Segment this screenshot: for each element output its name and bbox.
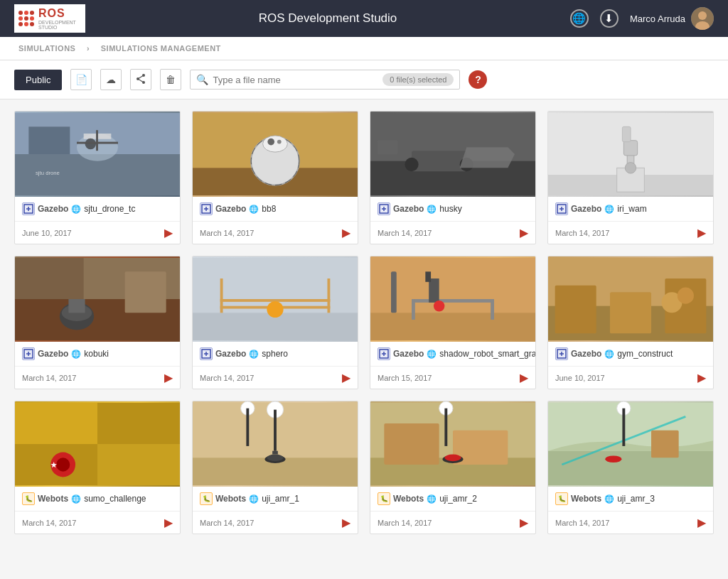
svg-text:sjtu drone: sjtu drone <box>36 170 60 176</box>
search-input[interactable] <box>213 75 378 85</box>
simulation-date: March 15, 2017 <box>378 374 432 382</box>
svg-rect-72 <box>412 299 494 303</box>
simulation-footer: March 14, 2017 ▶ <box>15 367 180 389</box>
engine-icon: 🐛 <box>378 492 390 505</box>
svg-rect-104 <box>272 451 278 455</box>
simulation-card[interactable]: 🐛 Webots 🌐 uji_amr_2 March 14, 2017 ▶ <box>370 401 536 534</box>
engine-label: Gazebo <box>38 204 68 214</box>
play-button[interactable]: ▶ <box>342 516 350 529</box>
logo-dot <box>24 11 28 15</box>
simulation-footer: June 10, 2017 ▶ <box>15 222 180 244</box>
breadcrumb-simulations[interactable]: SIMULATIONS <box>18 44 75 53</box>
engine-label: Webots <box>571 494 601 504</box>
search-bar: 🔍 0 file(s) selected <box>190 70 460 90</box>
play-button[interactable]: ▶ <box>520 226 528 239</box>
play-button[interactable]: ▶ <box>520 516 528 529</box>
simulation-thumbnail: sjtu drone <box>15 112 180 197</box>
svg-point-24 <box>263 136 288 152</box>
privacy-icon: 🌐 <box>604 494 614 504</box>
files-selected-badge: 0 file(s) selected <box>382 73 454 86</box>
simulation-footer: March 14, 2017 ▶ <box>193 367 358 389</box>
help-button[interactable]: ? <box>469 70 487 89</box>
svg-rect-32 <box>412 151 466 171</box>
header-actions: 🌐 ⬇ Marco Arruda <box>570 7 714 30</box>
simulation-footer: March 14, 2017 ▶ <box>548 512 713 534</box>
svg-point-25 <box>267 139 274 146</box>
simulation-date: March 14, 2017 <box>22 374 76 382</box>
play-button[interactable]: ▶ <box>164 516 173 529</box>
simulation-card[interactable]: Gazebo 🌐 bb8 March 14, 2017 ▶ <box>192 111 358 244</box>
simulation-card[interactable]: Gazebo 🌐 husky March 14, 2017 ▶ <box>370 111 536 244</box>
new-file-button[interactable]: 📄 <box>70 69 92 90</box>
simulation-card[interactable]: Gazebo 🌐 iri_wam March 14, 2017 ▶ <box>547 111 714 244</box>
play-button[interactable]: ▶ <box>697 516 706 529</box>
engine-icon: 🐛 <box>200 492 213 505</box>
engine-icon <box>555 347 568 360</box>
simulation-name: sjtu_drone_tc <box>84 204 135 214</box>
simulation-date: March 14, 2017 <box>200 229 254 237</box>
simulation-name: gym_construct <box>617 349 673 359</box>
simulation-card[interactable]: Gazebo 🌐 gym_construct June 10, 2017 ▶ <box>547 256 714 389</box>
play-button[interactable]: ▶ <box>164 371 173 384</box>
engine-icon <box>200 347 213 360</box>
simulation-info: Gazebo 🌐 husky <box>370 197 535 222</box>
public-button[interactable]: Public <box>14 70 62 90</box>
simulation-info: Gazebo 🌐 iri_wam <box>548 197 713 222</box>
svg-rect-53 <box>125 271 166 313</box>
download-icon[interactable]: ⬇ <box>600 9 619 28</box>
svg-rect-94 <box>97 403 180 444</box>
toolbar: Public 📄 ☁ 🗑 🔍 0 file(s) selected ? <box>0 60 728 99</box>
share-button[interactable] <box>130 69 151 90</box>
upload-button[interactable]: ☁ <box>100 69 122 90</box>
delete-button[interactable]: 🗑 <box>160 69 181 90</box>
svg-rect-65 <box>327 278 330 313</box>
engine-label: Gazebo <box>393 349 424 359</box>
globe-icon[interactable]: 🌐 <box>570 9 589 28</box>
simulation-date: March 14, 2017 <box>200 374 254 382</box>
logo-container: ROS DEVELOPMENT STUDIO <box>14 4 85 33</box>
logo-dot <box>24 22 28 26</box>
simulation-card[interactable]: Gazebo 🌐 kobuki March 14, 2017 ▶ <box>14 256 181 389</box>
simulation-card[interactable]: Gazebo 🌐 shadow_robot_smart_grasping_san… <box>370 256 536 389</box>
play-button[interactable]: ▶ <box>697 226 706 239</box>
simulation-card[interactable]: sjtu drone Gazebo 🌐 sjtu_drone_tc June 1… <box>14 111 181 244</box>
play-button[interactable]: ▶ <box>164 226 173 239</box>
svg-rect-111 <box>384 423 439 465</box>
engine-icon: 🐛 <box>555 492 568 505</box>
simulation-name: sumo_challenge <box>84 494 146 504</box>
svg-point-98 <box>56 458 70 471</box>
svg-rect-75 <box>429 278 439 303</box>
engine-icon <box>378 347 390 360</box>
simulation-thumbnail <box>193 401 358 487</box>
simulation-card[interactable]: 🐛 Webots 🌐 uji_amr_3 March 14, 2017 ▶ <box>547 401 714 534</box>
logo-dot <box>30 22 34 26</box>
svg-rect-10 <box>28 126 70 154</box>
simulation-card[interactable]: Gazebo 🌐 sphero March 14, 2017 ▶ <box>192 256 358 389</box>
simulation-footer: March 15, 2017 ▶ <box>370 367 535 389</box>
simulation-thumbnail <box>548 112 713 197</box>
play-button[interactable]: ▶ <box>520 371 528 384</box>
privacy-icon: 🌐 <box>427 494 437 504</box>
simulation-info: Gazebo 🌐 kobuki <box>15 342 180 367</box>
svg-text:★: ★ <box>50 461 58 469</box>
logo-dot <box>18 11 23 15</box>
simulation-card[interactable]: ★ 🐛 Webots 🌐 sumo_challenge March 14, 20… <box>14 401 181 534</box>
play-button[interactable]: ▶ <box>342 371 350 384</box>
play-button[interactable]: ▶ <box>697 371 706 384</box>
svg-rect-84 <box>555 286 596 334</box>
simulation-date: June 10, 2017 <box>22 229 72 237</box>
privacy-icon: 🌐 <box>71 494 81 504</box>
logo-text: ROS DEVELOPMENT STUDIO <box>38 7 81 30</box>
simulation-card[interactable]: 🐛 Webots 🌐 uji_amr_1 March 14, 2017 ▶ <box>192 401 358 534</box>
engine-icon <box>378 202 390 215</box>
user-menu[interactable]: Marco Arruda <box>630 7 714 30</box>
svg-rect-96 <box>97 444 180 485</box>
privacy-icon: 🌐 <box>249 350 259 359</box>
logo-dot <box>18 16 23 21</box>
play-button[interactable]: ▶ <box>342 226 350 239</box>
simulation-footer: June 10, 2017 ▶ <box>548 367 713 389</box>
user-name: Marco Arruda <box>630 13 685 24</box>
simulation-name: shadow_robot_smart_grasping_sandbox <box>439 349 536 359</box>
logo-dot <box>30 11 34 15</box>
privacy-icon: 🌐 <box>427 350 437 359</box>
